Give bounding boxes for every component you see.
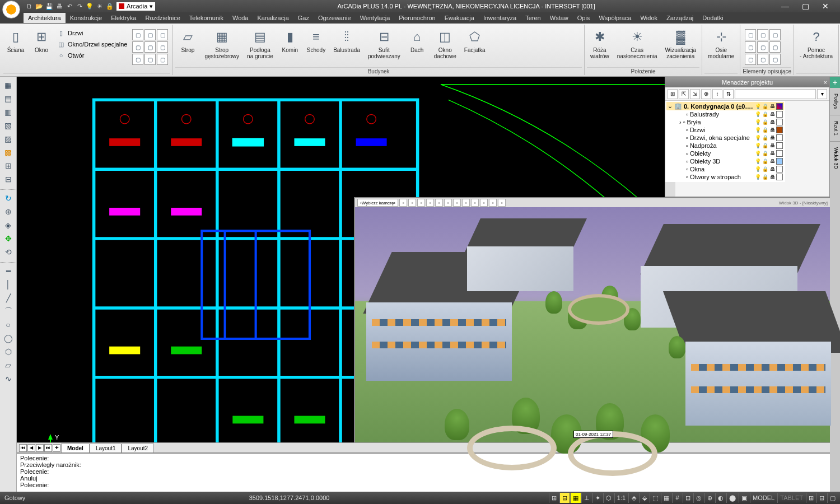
drzwi-button[interactable]: ▯Drzwi [56, 28, 128, 38]
tablet-button[interactable]: TABLET [777, 493, 805, 503]
tab-rozdzielnice[interactable]: Rozdzielnice [141, 13, 184, 23]
tab-ewakuacja[interactable]: Ewakuacja [440, 13, 479, 23]
new-icon[interactable]: 🗋 [25, 2, 34, 11]
tool-icon[interactable]: ◯ [2, 332, 15, 344]
zoom-icon[interactable]: ⊕ [2, 206, 15, 218]
tool-icon[interactable]: ⇲ [690, 89, 700, 99]
redo-icon[interactable]: ↷ [75, 2, 84, 11]
tool-icon[interactable]: ○ [2, 319, 15, 331]
prev-icon[interactable]: ◀ [27, 444, 35, 452]
snap-icon[interactable]: ⊟ [816, 493, 827, 503]
tool-icon[interactable]: ⟲ [2, 246, 15, 258]
tool-icon[interactable]: ↕ [712, 89, 722, 99]
tool-icon[interactable]: ⊞ [668, 89, 678, 99]
tree-item[interactable]: ▫Balustrady💡🔒🖶 [666, 110, 784, 118]
tool-icon[interactable]: ▨ [2, 133, 15, 145]
tab-widok[interactable]: Widok [636, 13, 662, 23]
snap-icon[interactable]: ⊞ [549, 493, 559, 503]
tab-layout1[interactable]: Layout1 [90, 444, 122, 452]
snap-icon[interactable]: ⊞ [806, 493, 816, 503]
tool-icon[interactable]: ▤ [2, 92, 15, 105]
tool-icon[interactable]: ▧ [2, 119, 15, 132]
tab-wentylacja[interactable]: Wentylacja [356, 13, 395, 23]
tool-icon[interactable]: ⊕ [701, 89, 711, 99]
pan-icon[interactable]: ✥ [2, 232, 15, 245]
tool-icon[interactable]: ⊞ [2, 160, 15, 172]
tab-telekom[interactable]: Telekomunik [185, 13, 228, 23]
tab-kanalizacja[interactable]: Kanalizacja [253, 13, 293, 23]
model-button[interactable]: MODEL [750, 493, 777, 503]
save-icon[interactable]: 💾 [45, 2, 54, 11]
sun-icon[interactable]: ☀ [95, 2, 104, 11]
tree-item[interactable]: ›▫Bryła💡🔒🖶 [666, 118, 784, 126]
print-icon[interactable]: 🖶 [769, 103, 776, 110]
snap-icon[interactable]: ⊡ [683, 493, 693, 503]
tab-piorun[interactable]: Piorunochron [394, 13, 440, 23]
snap-icon[interactable]: ◎ [693, 493, 704, 503]
ribbon-button[interactable]: ▓Wizualizacjazacienienia [662, 27, 700, 60]
app-logo[interactable] [2, 1, 20, 18]
undo-icon[interactable]: ↶ [65, 2, 74, 11]
tab-opis[interactable]: Opis [573, 13, 595, 23]
first-icon[interactable]: ⏮ [19, 444, 27, 452]
tool-icon[interactable]: ▦ [2, 79, 15, 91]
tab-architektura[interactable]: Architektura [24, 13, 66, 23]
collapse-icon[interactable]: ⌄ [668, 102, 673, 110]
refresh-icon[interactable]: ↻ [2, 192, 15, 204]
last-icon[interactable]: ⏭ [44, 444, 52, 452]
snap-icon[interactable]: ⊥ [581, 493, 592, 503]
tab-ogrzewanie[interactable]: Ogrzewanie [314, 13, 356, 23]
tab-gaz[interactable]: Gaz [293, 13, 314, 23]
pmgr-tree[interactable]: ⌄🏢0. Kondygnacja 0 (±0….💡🔒🖶 ▫Balustrady💡… [665, 101, 785, 182]
pmgr-header[interactable]: Menadżer projektu× [665, 77, 829, 87]
close-icon[interactable]: × [824, 79, 827, 86]
scale-label[interactable]: 1:1 [614, 493, 628, 503]
ribbon-button[interactable]: ⊟Sufitpodwieszany [365, 27, 404, 60]
snap-icon[interactable]: ✦ [592, 493, 603, 503]
tab-zarzadzaj[interactable]: Zarządzaj [662, 13, 698, 23]
command-line[interactable]: Polecenie: Przeciwległy narożnik: Polece… [17, 452, 830, 492]
tree-root[interactable]: ⌄🏢0. Kondygnacja 0 (±0….💡🔒🖶 [666, 102, 784, 110]
snap-icon[interactable]: ⬡ [603, 493, 614, 503]
tab-wstaw[interactable]: Wstaw [545, 13, 573, 23]
tool-icon[interactable]: ⬡ [2, 346, 15, 358]
bulb-icon[interactable]: 💡 [754, 103, 761, 110]
tab-layout2[interactable]: Layout2 [122, 444, 154, 452]
tool-icon[interactable]: ⊟ [2, 173, 15, 185]
iso-icon[interactable]: ⬚ [650, 493, 660, 503]
lock-icon[interactable]: 🔒 [105, 2, 114, 11]
ribbon-button[interactable]: ⊹Osiemodularne [704, 27, 738, 60]
ribbon-button[interactable]: ▱Strop [175, 27, 200, 54]
tool-icon[interactable]: ▱ [2, 359, 15, 371]
tool-icon[interactable]: ⌒ [2, 305, 15, 318]
tab-konstrukcje[interactable]: Konstrukcje [66, 13, 106, 23]
tab-elektryka[interactable]: Elektryka [106, 13, 141, 23]
layer-combo[interactable]: Arcadia▾ [116, 2, 155, 11]
iso-icon[interactable]: ⬘ [628, 493, 638, 503]
okno-drzwi-button[interactable]: ◫Okno/Drzwi specjalne [56, 39, 128, 49]
add-tab-icon[interactable]: + [830, 77, 840, 88]
tab-inwent[interactable]: Inwentaryza [479, 13, 521, 23]
snap-icon[interactable]: ▣ [739, 493, 749, 503]
tool-icon[interactable]: │ [2, 278, 15, 291]
close-button[interactable]: ✕ [818, 2, 833, 11]
tab-teren[interactable]: Teren [521, 13, 545, 23]
ribbon-button[interactable]: ☀Czasnasłonecznienia [614, 27, 661, 60]
ribbon-button[interactable]: ◫Oknodachowe [431, 27, 460, 60]
filter-icon[interactable]: ▾ [817, 89, 827, 99]
tree-item[interactable]: ▫Drzwi, okna specjalne💡🔒🖶 [666, 134, 784, 142]
tool-icon[interactable]: ⇅ [724, 89, 734, 99]
ribbon-button[interactable]: ⌂Dach [405, 27, 430, 54]
snap-icon[interactable]: ▦ [570, 493, 581, 503]
add-icon[interactable]: ✚ [53, 444, 60, 452]
tool-icon[interactable]: ⇱ [679, 89, 689, 99]
otwor-button[interactable]: ○Otwór [56, 50, 128, 60]
ribbon-button[interactable]: ▦Stropgęstożebrowy [201, 27, 242, 60]
ribbon-button[interactable]: ⬠Facjatka [461, 27, 489, 54]
print-icon[interactable]: 🖶 [55, 2, 64, 11]
tool-icon[interactable]: ━ [2, 265, 15, 277]
view-3d[interactable]: ‹Wybierz kamerę› ▫▫▫▫▫▫▫▫▫▫▫▫ Widok 3D -… [354, 197, 830, 442]
snap-icon[interactable]: ⬤ [726, 493, 738, 503]
tab-dodatki[interactable]: Dodatki [698, 13, 727, 23]
grid-icon[interactable]: ▦ [661, 493, 671, 503]
